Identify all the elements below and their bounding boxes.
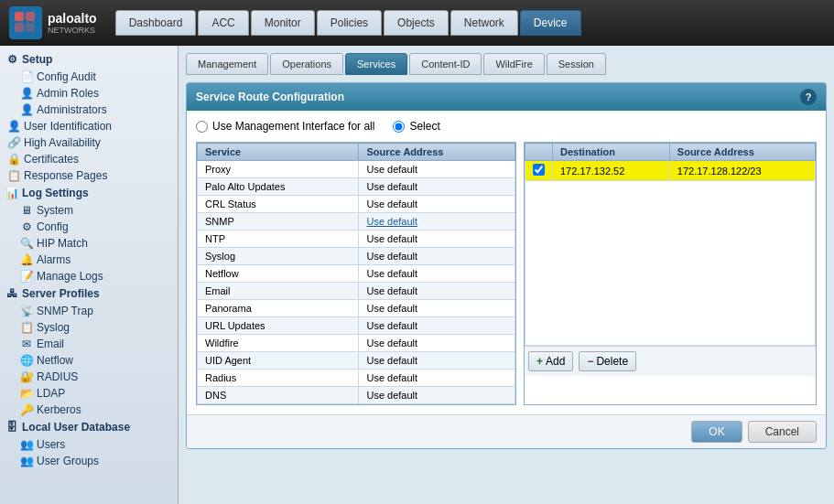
config-icon: ⚙	[20, 220, 33, 233]
service-row[interactable]: DNSUse default	[198, 387, 515, 404]
radio-select[interactable]: Select	[393, 120, 439, 133]
local-user-db-icon: 🗄	[5, 421, 18, 434]
delete-label: Delete	[596, 355, 628, 368]
sidebar-item-setup[interactable]: ⚙ Setup	[0, 50, 178, 69]
service-cell: Email	[198, 283, 359, 300]
source-cell: Use default	[359, 317, 515, 335]
sidebar-item-administrators[interactable]: 👤 Administrators	[0, 102, 178, 118]
sidebar-item-user-id[interactable]: 👤 User Identification	[0, 118, 178, 134]
svg-rect-3	[26, 23, 35, 32]
plus-icon: +	[536, 355, 543, 368]
service-row[interactable]: SNMPUse default	[198, 213, 515, 231]
nav-tab-policies[interactable]: Policies	[317, 10, 382, 36]
setup-icon: ⚙	[5, 53, 18, 66]
service-cell: Proxy	[198, 161, 359, 178]
sidebar-item-server-profiles[interactable]: 🖧 Server Profiles	[0, 284, 178, 303]
dest-ip: 172.17.132.52	[553, 161, 670, 181]
dest-empty-row	[525, 181, 816, 346]
service-row[interactable]: ProxyUse default	[198, 161, 515, 178]
config-audit-icon: 📄	[20, 70, 33, 83]
sidebar-item-config-audit[interactable]: 📄 Config Audit	[0, 69, 178, 85]
sidebar-item-log-settings[interactable]: 📊 Log Settings	[0, 184, 178, 202]
service-row[interactable]: CRL StatusUse default	[198, 196, 515, 213]
col-service: Service	[198, 144, 359, 161]
source-cell: Use default	[359, 387, 515, 404]
nav-tab-network[interactable]: Network	[450, 10, 518, 36]
nav-tab-acc[interactable]: ACC	[198, 10, 248, 36]
sidebar-item-config[interactable]: ⚙ Config	[0, 219, 178, 235]
netflow-icon: 🌐	[20, 354, 33, 367]
service-row[interactable]: Palo Alto UpdatesUse default	[198, 178, 515, 196]
sidebar-item-system[interactable]: 🖥 System	[0, 202, 178, 219]
service-cell: UID Agent	[198, 352, 359, 370]
tab-operations[interactable]: Operations	[270, 53, 343, 75]
right-panel: Destination Source Address 172.17.132.52…	[524, 142, 817, 405]
service-row[interactable]: SyslogUse default	[198, 248, 515, 265]
sidebar-item-manage-logs[interactable]: 📝 Manage Logs	[0, 268, 178, 284]
tab-session[interactable]: Session	[547, 53, 606, 75]
administrators-icon: 👤	[20, 103, 33, 116]
service-row[interactable]: EmailUse default	[198, 283, 515, 300]
sidebar-item-user-groups[interactable]: 👥 User Groups	[0, 453, 178, 469]
tab-management[interactable]: Management	[186, 53, 268, 75]
sidebar-item-users[interactable]: 👥 Users	[0, 436, 178, 453]
nav-tab-dashboard[interactable]: Dashboard	[115, 10, 197, 36]
alarms-icon: 🔔	[20, 253, 33, 266]
source-cell: Use default	[359, 300, 515, 317]
top-bar: paloalto NETWORKS Dashboard ACC Monitor …	[0, 0, 834, 46]
tab-wildfire[interactable]: WildFire	[483, 53, 544, 75]
sidebar-item-response-pages[interactable]: 📋 Response Pages	[0, 167, 178, 184]
sidebar-item-alarms[interactable]: 🔔 Alarms	[0, 252, 178, 268]
tab-content-id[interactable]: Content-ID	[409, 53, 482, 75]
service-row[interactable]: URL UpdatesUse default	[198, 317, 515, 335]
nav-tab-monitor[interactable]: Monitor	[251, 10, 315, 36]
delete-button[interactable]: − Delete	[579, 351, 636, 371]
sidebar-item-admin-roles[interactable]: 👤 Admin Roles	[0, 85, 178, 102]
ok-button[interactable]: OK	[691, 421, 742, 443]
panels-row: Service Source Address ProxyUse defaultP…	[196, 142, 817, 405]
service-row[interactable]: RadiusUse default	[198, 370, 515, 387]
service-cell: NTP	[198, 231, 359, 248]
minus-icon: −	[587, 355, 593, 368]
service-table: Service Source Address ProxyUse defaultP…	[197, 143, 515, 404]
user-id-icon: 👤	[7, 120, 20, 133]
radio-use-mgmt[interactable]: Use Management Interface for all	[196, 120, 374, 133]
sidebar-item-snmp-trap[interactable]: 📡 SNMP Trap	[0, 303, 178, 319]
dest-checkbox[interactable]	[525, 161, 553, 181]
sidebar-item-syslog[interactable]: 📋 Syslog	[0, 319, 178, 336]
snmp-trap-icon: 📡	[20, 305, 33, 317]
dest-row-1[interactable]: 172.17.132.52 172.17.128.122/23	[525, 161, 816, 181]
source-cell[interactable]: Use default	[359, 213, 515, 231]
kerberos-icon: 🔑	[20, 403, 33, 416]
add-button[interactable]: + Add	[528, 351, 573, 371]
server-profiles-icon: 🖧	[5, 287, 18, 300]
nav-tab-objects[interactable]: Objects	[384, 10, 449, 36]
sidebar-item-hip-match[interactable]: 🔍 HIP Match	[0, 235, 178, 252]
service-cell: Netflow	[198, 265, 359, 283]
sidebar-item-radius[interactable]: 🔐 RADIUS	[0, 369, 178, 385]
sidebar-item-email[interactable]: ✉ Email	[0, 336, 178, 352]
sidebar-item-ldap[interactable]: 📂 LDAP	[0, 385, 178, 402]
service-row[interactable]: UID AgentUse default	[198, 352, 515, 370]
source-cell: Use default	[359, 178, 515, 196]
sidebar-item-ha[interactable]: 🔗 High Availability	[0, 134, 178, 151]
service-row[interactable]: PanoramaUse default	[198, 300, 515, 317]
col-source-address: Source Address	[359, 144, 515, 161]
cancel-button[interactable]: Cancel	[748, 421, 817, 443]
left-panel: Service Source Address ProxyUse defaultP…	[196, 142, 516, 405]
dialog-help-button[interactable]: ?	[800, 89, 817, 105]
sidebar-item-local-user-db[interactable]: 🗄 Local User Database	[0, 418, 178, 436]
dest-table: Destination Source Address 172.17.132.52…	[525, 143, 816, 346]
logo-sub: NETWORKS	[48, 26, 97, 35]
system-icon: 🖥	[20, 204, 33, 217]
tab-services[interactable]: Services	[345, 53, 407, 75]
service-cell: Panorama	[198, 300, 359, 317]
nav-tab-device[interactable]: Device	[520, 10, 581, 36]
sidebar-item-netflow[interactable]: 🌐 Netflow	[0, 352, 178, 369]
service-row[interactable]: NetflowUse default	[198, 265, 515, 283]
service-row[interactable]: NTPUse default	[198, 231, 515, 248]
sidebar-item-certificates[interactable]: 🔒 Certificates	[0, 151, 178, 167]
logo-icon	[9, 6, 42, 39]
service-row[interactable]: WildfireUse default	[198, 335, 515, 352]
sidebar-item-kerberos[interactable]: 🔑 Kerberos	[0, 402, 178, 418]
